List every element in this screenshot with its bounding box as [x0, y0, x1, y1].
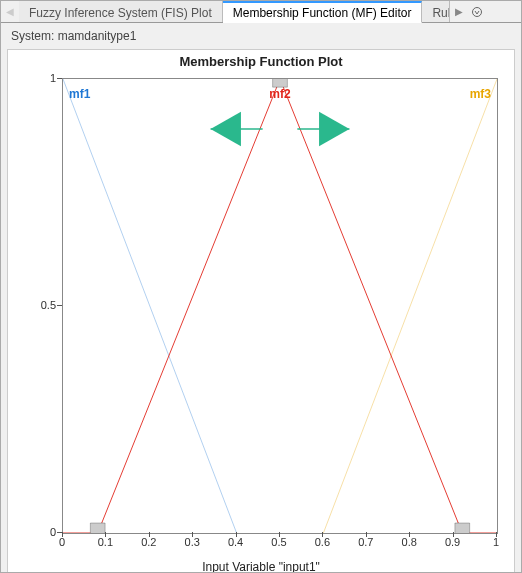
tab-prev-button[interactable]: ◀ [1, 1, 19, 22]
x-tick-label: 0.6 [315, 536, 330, 548]
plot-svg[interactable] [63, 79, 497, 533]
plot-area[interactable]: mf1 mf2 mf3 [62, 78, 498, 534]
y-tick-label: 0 [50, 526, 56, 538]
mf2-line[interactable] [63, 79, 497, 533]
x-tick-label: 0.2 [141, 536, 156, 548]
system-info-label: System: mamdanitype1 [1, 23, 521, 47]
svg-point-0 [473, 7, 482, 16]
x-tick-label: 1 [493, 536, 499, 548]
x-tick-label: 0.8 [402, 536, 417, 548]
x-tick-label: 0.1 [98, 536, 113, 548]
mf2-handle-peak[interactable] [273, 79, 288, 87]
y-tick-label: 0.5 [41, 299, 56, 311]
x-tick-label: 0.7 [358, 536, 373, 548]
x-axis-label: Input Variable "input1" [8, 560, 514, 573]
mf2-handle-left[interactable] [90, 523, 105, 533]
x-tick-label: 0.5 [271, 536, 286, 548]
tab-mf-editor[interactable]: Membership Function (MF) Editor [223, 1, 423, 23]
tab-fis-plot[interactable]: Fuzzy Inference System (FIS) Plot [19, 1, 223, 22]
tab-list-button[interactable] [468, 1, 486, 22]
x-tick-label: 0.4 [228, 536, 243, 548]
tab-bar: ◀ Fuzzy Inference System (FIS) Plot Memb… [1, 1, 521, 23]
tab-rule-editor[interactable]: Rul [422, 1, 450, 22]
plot-container: Membership Function Plot Degree of Membe… [7, 49, 515, 573]
y-tick-label: 1 [50, 72, 56, 84]
tab-next-button[interactable]: ▶ [450, 1, 468, 22]
plot-title: Membership Function Plot [8, 50, 514, 69]
x-tick-label: 0.9 [445, 536, 460, 548]
mf1-line[interactable] [63, 79, 237, 533]
mf2-handle-right[interactable] [455, 523, 470, 533]
mf3-line[interactable] [323, 79, 497, 533]
x-tick-label: 0 [59, 536, 65, 548]
x-tick-label: 0.3 [185, 536, 200, 548]
